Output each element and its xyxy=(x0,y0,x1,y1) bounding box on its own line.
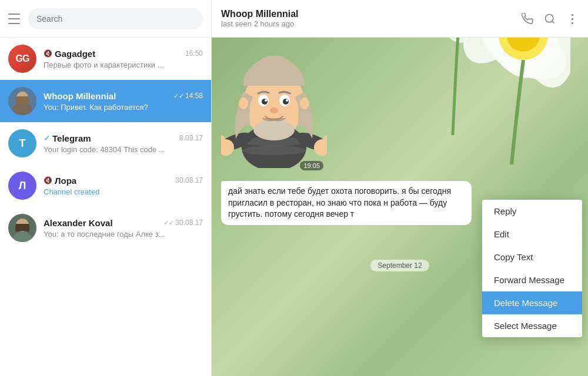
svg-line-18 xyxy=(552,21,554,23)
chat-header-status: last seen 2 hours ago xyxy=(221,19,514,28)
svg-point-3 xyxy=(12,231,33,242)
phone-icon[interactable] xyxy=(521,12,534,25)
chat-header: Whoop Millennial last seen 2 hours ago ⋮ xyxy=(212,0,588,38)
avatar: Л xyxy=(8,172,36,200)
chat-top: ✓Telegram 8.09.17 xyxy=(44,133,203,143)
context-menu-item-delete-message[interactable]: Delete Message xyxy=(482,291,582,314)
svg-point-1 xyxy=(13,102,32,115)
context-menu-item-forward-message[interactable]: Forward Message xyxy=(482,268,582,291)
header-icons: ⋮ xyxy=(521,12,579,25)
chat-top: 🔇Лора 30.08.17 xyxy=(44,176,203,186)
sticker-time: 19:05 xyxy=(300,161,323,170)
chat-time: 8.09.17 xyxy=(179,134,203,142)
chat-item-whoop[interactable]: Whoop Millennial ✓✓14:58 You: Привет. Ка… xyxy=(0,80,211,122)
chat-time: ✓✓30.08.17 xyxy=(163,219,203,227)
chat-name: 🔇Лора xyxy=(44,176,76,186)
chat-preview: Channel created xyxy=(44,187,203,196)
avatar xyxy=(8,87,36,115)
sticker-svg xyxy=(221,45,327,168)
svg-point-37 xyxy=(265,99,267,102)
chat-item-gagadget[interactable]: GG 🔇Gagadget 16:50 Первые фото и характе… xyxy=(0,38,211,80)
verified-icon: ✓ xyxy=(44,134,50,143)
svg-point-41 xyxy=(300,98,309,109)
search-icon[interactable] xyxy=(543,12,556,25)
svg-point-17 xyxy=(546,14,553,22)
svg-point-38 xyxy=(286,99,288,102)
muted-icon: 🔇 xyxy=(44,49,52,58)
chat-header-info: Whoop Millennial last seen 2 hours ago xyxy=(221,9,514,28)
chat-item-lora[interactable]: Л 🔇Лора 30.08.17 Channel created xyxy=(0,164,211,207)
avatar: GG xyxy=(8,45,36,73)
chat-item-alexander[interactable]: Alexander Koval ✓✓30.08.17 You: а то пос… xyxy=(0,207,211,249)
avatar: T xyxy=(8,129,36,157)
read-check-icon: ✓✓ xyxy=(173,92,184,99)
chat-preview: You: Привет. Как работается? xyxy=(44,103,203,112)
chat-info: Whoop Millennial ✓✓14:58 You: Привет. Ка… xyxy=(44,91,203,112)
chat-info: 🔇Лора 30.08.17 Channel created xyxy=(44,176,203,196)
chat-info: Alexander Koval ✓✓30.08.17 You: а то пос… xyxy=(44,218,203,239)
chat-name: ✓Telegram xyxy=(44,133,91,143)
sticker-container: 19:05 xyxy=(221,45,327,174)
svg-point-21 xyxy=(242,146,306,155)
chat-name: 🔇Gagadget xyxy=(44,49,95,59)
svg-point-36 xyxy=(283,99,289,105)
chat-time: 16:50 xyxy=(185,49,203,58)
sidebar: GG 🔇Gagadget 16:50 Первые фото и характе… xyxy=(0,0,212,376)
chat-top: 🔇Gagadget 16:50 xyxy=(44,49,203,59)
svg-point-39 xyxy=(270,108,278,113)
more-options-icon[interactable]: ⋮ xyxy=(566,12,579,25)
sticker-message: 19:05 xyxy=(221,45,579,174)
chat-list: GG 🔇Gagadget 16:50 Первые фото и характе… xyxy=(0,38,211,376)
svg-point-35 xyxy=(262,99,268,105)
search-input[interactable] xyxy=(28,8,203,29)
chat-top: Alexander Koval ✓✓30.08.17 xyxy=(44,218,203,228)
message-incoming-1: дай знать если тебе будет охота поговори… xyxy=(221,181,472,225)
muted-icon: 🔇 xyxy=(44,176,52,184)
chat-preview: Your login code: 48304 This code ... xyxy=(44,145,203,154)
svg-point-40 xyxy=(239,98,248,109)
avatar xyxy=(8,214,36,242)
chat-top: Whoop Millennial ✓✓14:58 xyxy=(44,91,203,101)
chat-time: ✓✓14:58 xyxy=(173,92,203,100)
chat-info: 🔇Gagadget 16:50 Первые фото и характерис… xyxy=(44,49,203,69)
chat-area: Whoop Millennial last seen 2 hours ago ⋮ xyxy=(212,0,588,376)
context-menu-item-reply[interactable]: Reply xyxy=(482,200,582,223)
context-menu: ReplyEditCopy TextForward MessageDelete … xyxy=(482,200,582,337)
chat-name: Whoop Millennial xyxy=(44,91,116,101)
read-check-icon: ✓✓ xyxy=(163,219,174,226)
chat-header-name: Whoop Millennial xyxy=(221,9,514,19)
chat-name: Alexander Koval xyxy=(44,218,113,228)
chat-info: ✓Telegram 8.09.17 Your login code: 48304… xyxy=(44,133,203,154)
chat-preview: You: а то последние годы Алке з... xyxy=(44,230,203,239)
context-menu-item-edit[interactable]: Edit xyxy=(482,223,582,246)
chat-time: 30.08.17 xyxy=(175,176,203,184)
sidebar-header xyxy=(0,0,211,38)
menu-button[interactable] xyxy=(8,12,22,26)
chat-item-telegram[interactable]: T ✓Telegram 8.09.17 Your login code: 483… xyxy=(0,122,211,164)
context-menu-item-select-message[interactable]: Select Message xyxy=(482,314,582,337)
chat-preview: Первые фото и характеристики ... xyxy=(44,61,203,69)
context-menu-item-copy-text[interactable]: Copy Text xyxy=(482,246,582,268)
